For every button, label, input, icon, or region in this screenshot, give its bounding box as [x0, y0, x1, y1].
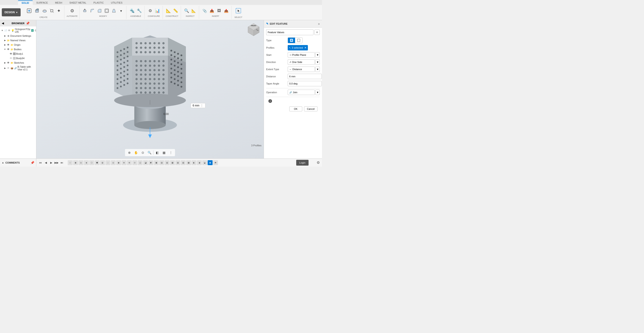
timeline-icon-13[interactable]: ⊙ — [132, 160, 137, 165]
play-button[interactable]: ▶ — [49, 160, 53, 165]
tree-item-body94[interactable]: 👁 Body94 — [0, 56, 36, 60]
scale-icon[interactable] — [48, 7, 55, 14]
modify-more-icon[interactable]: ▾ — [118, 7, 124, 14]
design-button[interactable]: DESIGN ▼ — [2, 8, 21, 16]
tree-item-origin[interactable]: 👁 📁 Origin — [0, 42, 36, 47]
insert-icon1[interactable]: 📎 — [201, 7, 208, 14]
timeline-icon-17[interactable]: ▣ — [154, 160, 159, 165]
inspect-icon[interactable]: 🔍 — [183, 7, 190, 14]
tab-utilities[interactable]: UTILITIES — [108, 0, 126, 5]
timeline-icon-15[interactable]: ◪ — [143, 160, 148, 165]
feature-values-select[interactable]: Feature Values — [266, 29, 314, 35]
more-display-icon[interactable]: ⋮ — [168, 150, 174, 156]
tree-item-bodies[interactable]: 👁 📁 Bodies — [0, 47, 36, 51]
timeline-icon-9[interactable]: ◎ — [111, 160, 116, 165]
select-icon[interactable] — [234, 6, 243, 15]
insert-icon4[interactable]: 📤 — [223, 7, 230, 14]
tab-mesh[interactable]: MESH — [52, 0, 66, 5]
tree-item-named-views[interactable]: 📁 Named Views — [0, 38, 36, 42]
timeline-icon-6[interactable]: ⬢ — [95, 160, 100, 165]
profiles-clear-button[interactable]: ✕ — [304, 46, 306, 49]
type-solid-button[interactable] — [288, 38, 295, 43]
timeline-icon-20[interactable]: ▦ — [170, 160, 175, 165]
display-mode-icon[interactable]: ◧ — [154, 150, 160, 156]
tab-sheet-metal[interactable]: SHEET METAL — [66, 0, 90, 5]
insert-icon2[interactable]: 📥 — [208, 7, 215, 14]
timeline-icon-28[interactable]: ◓ — [213, 160, 218, 165]
measurement-tooltip[interactable]: 6 mm ⋮ — [190, 103, 206, 108]
next-button[interactable]: ▶▶ — [54, 160, 59, 165]
tab-solid[interactable]: SOLID — [18, 0, 33, 5]
timeline-icon-5[interactable]: ⬡ — [89, 160, 94, 165]
construct-icon2[interactable]: 📏 — [172, 7, 179, 14]
timeline-icon-2[interactable]: ◉ — [73, 160, 78, 165]
tab-plastic[interactable]: PLASTIC — [90, 0, 108, 5]
timeline-icon-1[interactable]: □ — [68, 160, 73, 165]
shell-icon[interactable] — [103, 7, 110, 14]
chamfer-icon[interactable] — [96, 7, 103, 14]
configure-icon[interactable]: ⚙ — [147, 7, 154, 14]
tree-item-sketches[interactable]: 👁 📁 Sketches — [0, 60, 36, 65]
timeline-icon-23[interactable]: ▩ — [186, 160, 191, 165]
comments-section[interactable]: ▲ COMMENTS 📌 — [0, 159, 36, 166]
timeline-icon-27-active[interactable]: ◉ — [208, 160, 212, 165]
login-button[interactable]: Login — [296, 160, 308, 166]
orbit-icon[interactable]: ⊕ — [126, 150, 132, 156]
timeline-icon-7[interactable]: ◍ — [100, 160, 105, 165]
taper-angle-input[interactable] — [288, 81, 322, 86]
automate-icon[interactable]: ⚙ — [69, 7, 76, 14]
timeline-icon-22[interactable]: ▨ — [181, 160, 186, 165]
insert-icon3[interactable]: 🖼 — [216, 7, 222, 14]
cancel-button[interactable]: Cancel — [304, 106, 318, 111]
direction-select[interactable]: ▼ — [315, 59, 320, 65]
ok-button[interactable]: OK — [289, 106, 302, 111]
operation-select[interactable]: ▼ — [315, 90, 320, 95]
grid-icon[interactable]: ▦ — [161, 150, 167, 156]
add-feature-button[interactable]: + — [314, 29, 320, 35]
configure-table-icon[interactable]: 📊 — [154, 7, 161, 14]
comments-pin[interactable]: 📌 — [30, 161, 34, 164]
measurement-options[interactable]: ⋮ — [200, 104, 204, 107]
type-surface-button[interactable] — [295, 38, 302, 43]
timeline-icon-8[interactable]: ◌ — [106, 160, 110, 165]
timeline-icon-19[interactable]: ▥ — [164, 160, 170, 165]
create-new-body-icon[interactable] — [25, 6, 34, 15]
inspect-measure-icon[interactable]: 📐 — [190, 7, 197, 14]
component-icon[interactable]: ✦ — [56, 7, 62, 14]
browser-pin[interactable]: 📌 — [26, 21, 34, 25]
timeline-icon-26[interactable]: ◒ — [202, 160, 207, 165]
timeline-icon-3[interactable]: ◎ — [78, 160, 84, 165]
construct-icon1[interactable]: 📐 — [165, 7, 172, 14]
skip-end-button[interactable]: ⏭ — [60, 160, 64, 165]
skip-start-button[interactable]: ⏮ — [38, 160, 42, 165]
zoom-fit-icon[interactable]: ⊙ — [140, 150, 146, 156]
profiles-badge[interactable]: ↖ 3 selected ✕ — [288, 45, 308, 50]
pan-icon[interactable]: ✋ — [133, 150, 139, 156]
extent-select[interactable]: ▼ — [315, 66, 320, 72]
timeline-icon-12[interactable]: ⊗ — [127, 160, 132, 165]
timeline-icon-14[interactable]: ◫ — [138, 160, 142, 165]
draft-icon[interactable] — [110, 7, 117, 14]
fillet-icon[interactable] — [89, 7, 96, 14]
tree-item-doc-settings[interactable]: ⚙ Document Settings — [0, 34, 36, 38]
timeline-icon-18[interactable]: ▤ — [159, 160, 164, 165]
timeline-icon-10[interactable]: ◉ — [116, 160, 121, 165]
timeline-icon-11[interactable]: ⊕ — [122, 160, 126, 165]
timeline-icon-4[interactable]: ◈ — [84, 160, 89, 165]
tree-item-root[interactable]: 📄 👁 💡 OctogoonTOp v35 L ⚙ — [0, 27, 36, 34]
tab-surface[interactable]: SURFACE — [33, 0, 52, 5]
timeline-icon-16[interactable]: ◩ — [148, 160, 154, 165]
tree-item-body1[interactable]: 👁 Body1 — [0, 51, 36, 56]
view-cube[interactable]: FRONT TOP — [246, 22, 262, 38]
press-pull-icon[interactable] — [82, 7, 88, 14]
assemble-icon2[interactable]: 🔧 — [136, 7, 142, 14]
prev-button[interactable]: ◀ — [44, 160, 48, 165]
timeline-icon-24[interactable]: ◐ — [192, 160, 196, 165]
timeline-icon-25[interactable]: ◑ — [197, 160, 202, 165]
edit-panel-expand[interactable]: » — [318, 22, 320, 25]
timeline-icon-21[interactable]: ▧ — [175, 160, 180, 165]
extrude-icon[interactable] — [34, 7, 41, 14]
revolve-icon[interactable] — [41, 7, 48, 14]
zoom-icon[interactable]: 🔍 — [147, 150, 152, 156]
distance-input[interactable] — [288, 74, 322, 79]
